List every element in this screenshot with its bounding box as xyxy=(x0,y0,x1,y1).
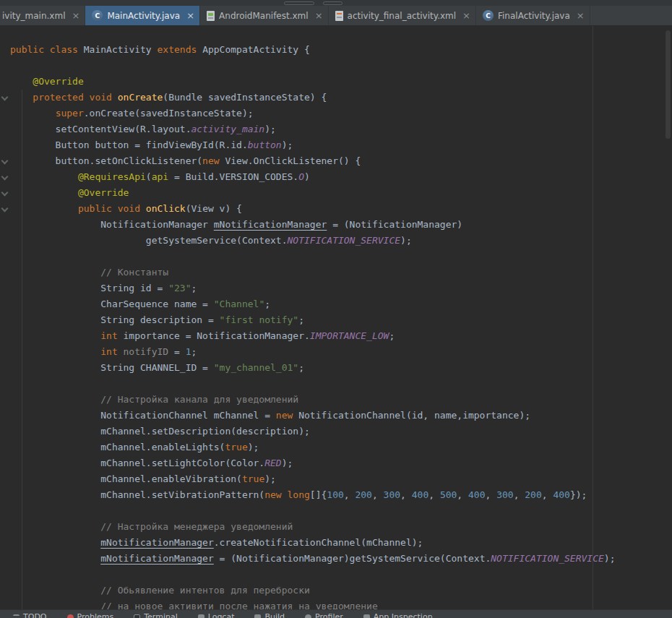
code-line xyxy=(10,249,672,265)
tab-label: activity_final_activity.xml xyxy=(348,11,457,21)
todo-icon xyxy=(13,614,20,618)
code-line: button.setOnClickListener(new View.OnCli… xyxy=(10,153,672,169)
code-line: // на новое активити после нажатия на ув… xyxy=(10,598,672,609)
tool-window-button-profiler[interactable]: Profiler xyxy=(305,610,343,618)
tool-window-button-terminal[interactable]: Terminal xyxy=(134,610,178,618)
editor[interactable]: public class MainActivity extends AppCom… xyxy=(0,26,672,609)
tab-close-icon[interactable]: × xyxy=(72,11,80,20)
code-line xyxy=(10,567,672,583)
fold-marker-icon[interactable] xyxy=(1,189,9,197)
tool-window-button-build[interactable]: Build xyxy=(254,610,285,618)
tab-close-icon[interactable]: × xyxy=(577,11,585,20)
java-class-icon: C xyxy=(92,10,103,21)
code-line: mNotificationManager = (NotificationMana… xyxy=(10,551,672,567)
terminal-icon xyxy=(134,614,140,618)
java-class-icon: C xyxy=(483,10,494,21)
code-line xyxy=(10,58,672,74)
tool-window-label: Profiler xyxy=(315,612,343,618)
tool-window-label: App Inspection xyxy=(374,612,433,618)
code-line: mChannel.enableLights(true); xyxy=(10,439,672,455)
tool-window-label: Terminal xyxy=(144,612,178,618)
code-line: public void onClick(View v) { xyxy=(10,201,672,217)
code-line: // Настройка менеджера уведомлений xyxy=(10,519,672,535)
tool-window-label: Logcat xyxy=(208,612,235,618)
code-line: // Обьявление интентов для переброски xyxy=(10,583,672,598)
tab-close-icon[interactable]: × xyxy=(315,11,323,20)
code-line: // Константы xyxy=(10,265,672,280)
code-line: mChannel.setDescription(description); xyxy=(10,424,672,439)
tool-window-bar: TODOProblemsTerminalLogcatBuildProfilerA… xyxy=(0,609,672,618)
tab-close-icon[interactable]: × xyxy=(186,11,194,20)
tab-activity-final-activity-xml[interactable]: activity_final_activity.xml× xyxy=(329,6,476,25)
tab-close-icon[interactable]: × xyxy=(462,11,470,20)
xml-file-icon xyxy=(335,11,343,21)
code-area[interactable]: public class MainActivity extends AppCom… xyxy=(0,26,672,609)
code-line xyxy=(10,503,672,519)
code-line: @Override xyxy=(10,185,672,201)
cropped-toolbar-control xyxy=(323,1,343,5)
code-line: int notifyID = 1; xyxy=(10,344,672,360)
tool-window-button-app-inspection[interactable]: App Inspection xyxy=(363,610,433,618)
code-line: String description = "first notify"; xyxy=(10,312,672,328)
fold-marker-icon[interactable] xyxy=(1,173,9,181)
code-line: int importance = NotificationManager.IMP… xyxy=(10,328,672,344)
tool-window-button-logcat[interactable]: Logcat xyxy=(198,610,235,618)
tab-label: FinalActivity.java xyxy=(498,11,570,21)
code-line: mChannel.enableVibration(true); xyxy=(10,471,672,487)
code-line: mChannel.setLightColor(Color.RED); xyxy=(10,455,672,471)
profiler-icon xyxy=(305,614,311,618)
logcat-icon xyxy=(198,614,204,618)
tab-finalactivity-java[interactable]: CFinalActivity.java× xyxy=(476,6,590,25)
cropped-toolbar-control xyxy=(284,1,314,5)
code-line: Button button = findViewById(R.id.button… xyxy=(10,137,672,153)
tool-window-label: Build xyxy=(264,612,285,618)
code-line: @RequiresApi(api = Build.VERSION_CODES.O… xyxy=(10,169,672,185)
manifest-file-icon xyxy=(207,11,215,21)
code-line: mNotificationManager.createNotificationC… xyxy=(10,535,672,551)
editor-tab-bar: ivity_main.xml×CMainActivity.java×Androi… xyxy=(0,6,672,26)
code-line: getSystemService(Context.NOTIFICATION_SE… xyxy=(10,233,672,249)
fold-marker-icon[interactable] xyxy=(1,205,9,213)
code-line: NotificationManager mNotificationManager… xyxy=(10,217,672,233)
android-studio-window: ivity_main.xml×CMainActivity.java×Androi… xyxy=(0,0,672,618)
code-line: protected void onCreate(Bundle savedInst… xyxy=(10,90,672,106)
code-line: mChannel.setVibrationPattern(new long[]{… xyxy=(10,487,672,503)
code-line: // Настройка канала для уведомлений xyxy=(10,392,672,408)
tab-label: MainActivity.java xyxy=(107,11,180,21)
tool-window-button-todo[interactable]: TODO xyxy=(13,610,47,618)
tool-window-label: TODO xyxy=(23,612,47,618)
code-line: @Override xyxy=(10,74,672,90)
tab-label: AndroidManifest.xml xyxy=(219,11,309,21)
code-line xyxy=(10,376,672,392)
gutter xyxy=(0,26,10,609)
cropped-toolbar xyxy=(0,0,672,6)
app-inspection-icon xyxy=(363,614,370,618)
build-icon xyxy=(254,614,261,618)
code-line: setContentView(R.layout.activity_main); xyxy=(10,121,672,137)
tab-mainactivity-java[interactable]: CMainActivity.java× xyxy=(85,6,200,25)
code-line: String id = "23"; xyxy=(10,280,672,296)
tab-ivity-main-xml[interactable]: ivity_main.xml× xyxy=(0,6,85,25)
code-line: CharSequence name = "Channel"; xyxy=(10,296,672,312)
fold-marker-icon[interactable] xyxy=(1,158,9,165)
code-line: super.onCreate(savedInstanceState); xyxy=(10,106,672,121)
tool-window-label: Problems xyxy=(77,612,114,618)
tab-label: ivity_main.xml xyxy=(2,11,66,21)
tab-androidmanifest-xml[interactable]: AndroidManifest.xml× xyxy=(200,6,328,25)
tool-window-button-problems[interactable]: Problems xyxy=(67,610,114,618)
code-line: public class MainActivity extends AppCom… xyxy=(10,42,672,58)
code-line: NotificationChannel mChannel = new Notif… xyxy=(10,408,672,424)
code-line: String CHANNEL_ID = "my_channel_01"; xyxy=(10,360,672,376)
scrollbar[interactable] xyxy=(665,30,671,139)
problems-icon xyxy=(67,614,74,618)
fold-marker-icon[interactable] xyxy=(1,94,9,101)
